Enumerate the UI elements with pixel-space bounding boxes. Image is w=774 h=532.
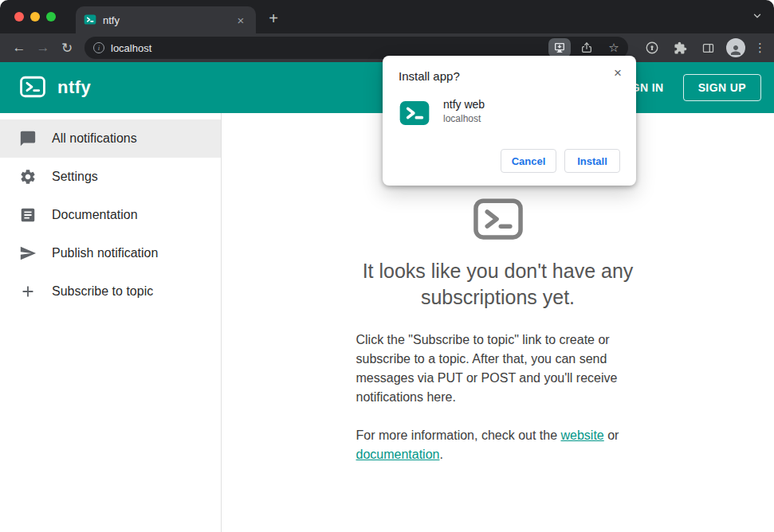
install-button[interactable]: Install: [564, 149, 620, 173]
chat-icon: [18, 129, 37, 148]
site-info-icon[interactable]: i: [93, 42, 104, 53]
minimize-window-button[interactable]: [30, 12, 40, 22]
more-info-middle: or: [604, 428, 619, 442]
extensions-puzzle-icon[interactable]: [670, 38, 690, 57]
omnibox-actions: ☆: [548, 38, 625, 57]
dialog-app-row: ntfy web localhost: [399, 98, 620, 130]
password-manager-extension-icon[interactable]: [642, 38, 662, 57]
tab-strip: ntfy × +: [0, 0, 774, 33]
share-icon[interactable]: [576, 38, 598, 57]
sidebar-item-settings[interactable]: Settings: [0, 158, 221, 196]
cancel-button[interactable]: Cancel: [501, 149, 556, 173]
more-info-paragraph: For more information, check out the webs…: [356, 426, 640, 464]
sidebar-item-all-notifications[interactable]: All notifications: [0, 119, 221, 158]
sidebar-item-label: Publish notification: [52, 246, 158, 260]
article-icon: [18, 205, 37, 225]
sidebar-item-documentation[interactable]: Documentation: [0, 196, 221, 234]
empty-state-heading: It looks like you don't have any subscri…: [327, 258, 670, 310]
zoom-window-button[interactable]: [46, 12, 56, 22]
close-window-button[interactable]: [14, 12, 24, 22]
extensions-area: ⋮: [642, 38, 766, 57]
traffic-lights: [14, 12, 56, 22]
browser-window: ntfy × + ← → ↻ i localhost: [0, 0, 774, 532]
sidebar-item-publish-notification[interactable]: Publish notification: [0, 234, 221, 272]
tab-search-chevron-icon[interactable]: [752, 10, 763, 22]
dialog-title: Install app?: [399, 69, 620, 83]
website-link[interactable]: website: [561, 428, 604, 442]
send-icon: [18, 244, 37, 263]
install-app-dialog: Install app? × ntfy web localhost Cancel…: [383, 56, 636, 186]
dialog-close-icon[interactable]: ×: [609, 64, 627, 81]
empty-state-body: Click the "Subscribe to topic" link to c…: [356, 331, 640, 407]
back-icon[interactable]: ←: [8, 37, 30, 59]
url-text: localhost: [111, 42, 151, 54]
documentation-link[interactable]: documentation: [356, 448, 440, 461]
install-app-icon[interactable]: [548, 38, 571, 57]
dialog-actions: Cancel Install: [399, 149, 620, 173]
sidebar-item-label: Subscribe to topic: [52, 284, 153, 299]
forward-icon[interactable]: →: [32, 37, 54, 59]
more-info-prefix: For more information, check out the: [356, 428, 561, 442]
sign-up-button[interactable]: SIGN UP: [683, 74, 761, 101]
reload-icon[interactable]: ↻: [56, 37, 78, 59]
sidebar-item-subscribe-to-topic[interactable]: Subscribe to topic: [0, 272, 221, 311]
browser-menu-icon[interactable]: ⋮: [754, 41, 766, 55]
ntfy-favicon: [84, 14, 96, 26]
brand-name: ntfy: [57, 77, 91, 98]
browser-tab[interactable]: ntfy ×: [76, 6, 256, 33]
side-panel-icon[interactable]: [698, 38, 717, 57]
tab-close-icon[interactable]: ×: [234, 13, 248, 27]
sidebar-item-label: All notifications: [52, 131, 137, 146]
sidebar-item-label: Settings: [52, 170, 98, 184]
new-tab-button[interactable]: +: [262, 7, 285, 29]
ntfy-app-icon: [399, 98, 430, 130]
bookmark-star-icon[interactable]: ☆: [603, 38, 625, 57]
plus-icon: [18, 282, 37, 301]
ntfy-empty-state-logo-icon: [472, 194, 525, 247]
sidebar: All notifications Settings Documentation…: [0, 113, 222, 532]
gear-icon: [18, 167, 37, 186]
ntfy-logo-icon: [19, 74, 46, 101]
tab-title: ntfy: [103, 14, 120, 26]
dialog-app-name: ntfy web: [443, 98, 485, 111]
profile-avatar[interactable]: [726, 38, 745, 57]
dialog-app-info: ntfy web localhost: [443, 98, 485, 124]
dialog-app-origin: localhost: [443, 113, 485, 124]
sidebar-item-label: Documentation: [52, 208, 138, 222]
more-info-suffix: .: [439, 448, 442, 461]
